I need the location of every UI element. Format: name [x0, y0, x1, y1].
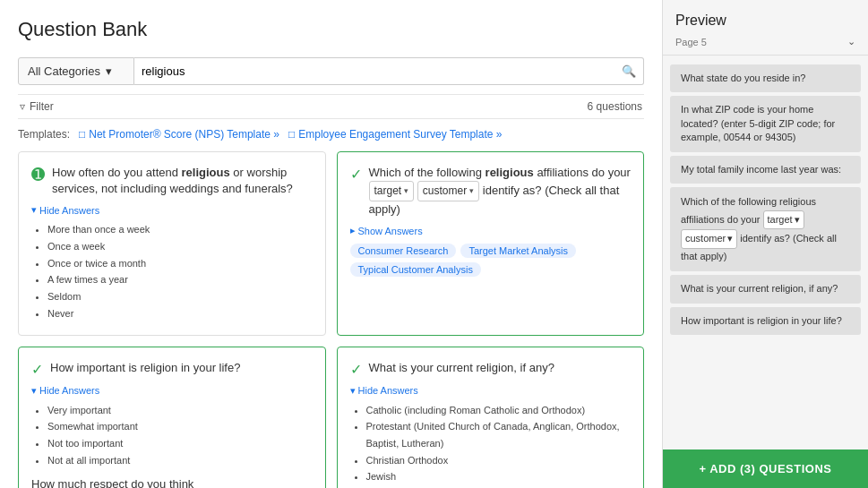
preview-item-4: Which of the following religious affilia…: [670, 187, 861, 271]
preview-item-3: My total family income last year was:: [670, 156, 861, 184]
q3-toggle-label: Hide Answers: [39, 385, 99, 396]
q3-partial: How much respect do you think: [31, 477, 313, 488]
preview-item-3-text: My total family income last year was:: [681, 164, 841, 175]
list-item: A few times a year: [47, 271, 313, 288]
q4-answer-list: Catholic (including Roman Catholic and O…: [350, 402, 632, 489]
preview-item-6-text: How important is religion in your life?: [681, 315, 842, 326]
page-title: Question Bank: [18, 18, 644, 41]
filter-left: ▿ Filter: [20, 100, 54, 113]
q2-toggle-arrow: ▸: [350, 225, 356, 236]
q2-toggle-label: Show Answers: [358, 226, 423, 236]
q1-answer-list: More than once a week Once a week Once o…: [31, 221, 313, 321]
preview-item-1: What state do you reside in?: [670, 64, 861, 92]
preview-item-5-text: What is your current religion, if any?: [681, 283, 838, 294]
list-item: More than once a week: [47, 221, 313, 238]
q4-toggle-answers[interactable]: ▾ Hide Answers: [350, 385, 632, 397]
question-card-q4: ✓ What is your current religion, if any?…: [337, 347, 645, 489]
q3-check-icon: ✓: [31, 361, 43, 378]
q3-text: How important is religion in your life?: [50, 360, 240, 376]
q3-header: ✓ How important is religion in your life…: [31, 360, 313, 378]
template-nps-icon: □: [79, 128, 85, 141]
preview-item-1-text: What state do you reside in?: [681, 73, 805, 83]
tag-consumer-research: Consumer Research: [350, 244, 457, 258]
q1-text: How often do you attend religious or wor…: [52, 165, 313, 197]
list-item: Protestant (United Church of Canada, Ang…: [366, 418, 632, 451]
q2-tags: Consumer Research Target Market Analysis…: [350, 244, 632, 277]
list-item: Christian Orthodox: [366, 452, 632, 469]
preview-item-2-text: In what ZIP code is your home located? (…: [681, 104, 835, 142]
search-input-wrap: 🔍: [134, 57, 644, 85]
question-count: 6 questions: [588, 100, 642, 113]
main-panel: Question Bank All Categories ▾ 🔍 ▿ Filte…: [0, 0, 662, 488]
preview-item-6: How important is religion in your life?: [670, 307, 861, 335]
list-item: Once a week: [47, 238, 313, 255]
q4-text: What is your current religion, if any?: [369, 360, 554, 376]
search-input[interactable]: [142, 58, 622, 84]
list-item: Never: [47, 305, 313, 322]
templates-label: Templates:: [18, 128, 70, 141]
search-bar: All Categories ▾ 🔍: [18, 57, 644, 85]
question-card-q3: ✓ How important is religion in your life…: [18, 347, 326, 489]
list-item: Not at all important: [47, 452, 313, 469]
list-item: Very important: [47, 402, 313, 419]
chevron-down-icon: ▾: [795, 212, 800, 228]
list-item: Catholic (including Roman Catholic and O…: [366, 402, 632, 419]
q2-check-icon: ✓: [350, 166, 362, 183]
template-engagement-label: Employee Engagement Survey Template »: [298, 128, 502, 141]
preview-item-2: In what ZIP code is your home located? (…: [670, 96, 861, 151]
q4-toggle-arrow: ▾: [350, 385, 356, 397]
templates-row: Templates: □ Net Promoter® Score (NPS) T…: [18, 128, 644, 141]
q1-toggle-arrow: ▾: [31, 204, 37, 216]
template-engagement-link[interactable]: □ Employee Engagement Survey Template »: [288, 128, 503, 141]
q3-answer-list: Very important Somewhat important Not to…: [31, 402, 313, 469]
preview-item-4-select1[interactable]: target ▾: [763, 210, 804, 230]
preview-list: What state do you reside in? In what ZIP…: [663, 56, 868, 449]
questions-grid: ➊ How often do you attend religious or w…: [18, 151, 644, 488]
filter-bar: ▿ Filter 6 questions: [18, 94, 644, 119]
preview-item-5: What is your current religion, if any?: [670, 275, 861, 303]
category-select[interactable]: All Categories ▾: [18, 57, 134, 85]
page-number: Page 5: [675, 37, 707, 47]
q2-select2[interactable]: customer ▾: [417, 181, 479, 201]
q4-check-icon: ✓: [350, 361, 362, 378]
list-item: Seldom: [47, 288, 313, 305]
chevron-down-icon: ▾: [727, 231, 733, 247]
list-item: Jewish: [366, 468, 632, 485]
q1-add-icon[interactable]: ➊: [31, 165, 45, 184]
q2-header: ✓ Which of the following religious affil…: [350, 165, 632, 218]
category-label: All Categories: [28, 64, 100, 78]
filter-icon: ▿: [20, 100, 25, 113]
q4-header: ✓ What is your current religion, if any?: [350, 360, 632, 378]
page-expand-icon[interactable]: ⌄: [847, 36, 855, 47]
q2-select1[interactable]: target ▾: [369, 181, 415, 201]
q4-toggle-label: Hide Answers: [358, 385, 418, 396]
list-item: Somewhat important: [47, 418, 313, 435]
q1-toggle-label: Hide Answers: [39, 205, 99, 216]
page-indicator: Page 5 ⌄: [663, 34, 868, 56]
category-chevron-icon: ▾: [106, 64, 112, 78]
preview-title: Preview: [663, 0, 868, 34]
tag-typical-customer: Typical Customer Analysis: [350, 262, 481, 277]
tag-target-market: Target Market Analysis: [460, 244, 576, 258]
q2-toggle-answers[interactable]: ▸ Show Answers: [350, 225, 632, 236]
template-nps-label: Net Promoter® Score (NPS) Template »: [89, 128, 279, 141]
question-card-q2: ✓ Which of the following religious affil…: [337, 151, 645, 336]
q3-toggle-arrow: ▾: [31, 385, 37, 397]
preview-item-4-select2[interactable]: customer ▾: [681, 229, 737, 249]
question-card-q1: ➊ How often do you attend religious or w…: [18, 151, 326, 336]
q1-header: ➊ How often do you attend religious or w…: [31, 165, 313, 197]
preview-panel: Preview Page 5 ⌄ What state do you resid…: [662, 0, 868, 488]
list-item: Not too important: [47, 435, 313, 452]
filter-label[interactable]: Filter: [30, 100, 54, 113]
template-nps-link[interactable]: □ Net Promoter® Score (NPS) Template »: [79, 128, 279, 141]
q1-toggle-answers[interactable]: ▾ Hide Answers: [31, 204, 313, 216]
list-item: Once or twice a month: [47, 255, 313, 272]
q3-toggle-answers[interactable]: ▾ Hide Answers: [31, 385, 313, 397]
search-icon: 🔍: [622, 64, 636, 78]
add-questions-button[interactable]: + ADD (3) QUESTIONS: [663, 449, 868, 488]
template-engagement-icon: □: [288, 128, 295, 141]
q2-text: Which of the following religious affilia…: [369, 165, 632, 218]
